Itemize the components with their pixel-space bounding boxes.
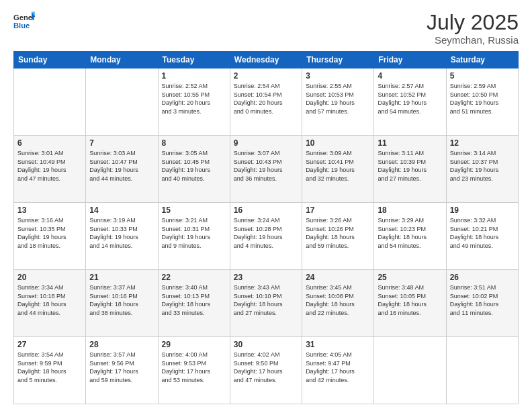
table-row: 18Sunrise: 3:29 AM Sunset: 10:23 PM Dayl…	[374, 203, 446, 270]
weekday-header-row: Sunday Monday Tuesday Wednesday Thursday…	[14, 52, 519, 68]
table-row: 27Sunrise: 3:54 AM Sunset: 9:59 PM Dayli…	[14, 337, 86, 404]
day-number: 8	[162, 138, 226, 148]
table-row	[374, 337, 446, 404]
day-number: 12	[450, 138, 515, 148]
table-row: 9Sunrise: 3:07 AM Sunset: 10:43 PM Dayli…	[230, 136, 302, 203]
header-monday: Monday	[86, 52, 158, 68]
table-row: 5Sunrise: 2:59 AM Sunset: 10:50 PM Dayli…	[446, 68, 518, 136]
day-number: 23	[234, 273, 298, 282]
day-info: Sunrise: 4:02 AM Sunset: 9:50 PM Dayligh…	[234, 351, 298, 384]
table-row: 22Sunrise: 3:40 AM Sunset: 10:13 PM Dayl…	[158, 270, 230, 337]
day-number: 7	[89, 138, 154, 148]
day-number: 18	[378, 205, 442, 215]
table-row	[14, 68, 86, 136]
day-info: Sunrise: 2:52 AM Sunset: 10:55 PM Daylig…	[162, 82, 226, 116]
table-row: 1Sunrise: 2:52 AM Sunset: 10:55 PM Dayli…	[158, 68, 230, 136]
svg-text:Blue: Blue	[13, 21, 30, 30]
day-info: Sunrise: 3:14 AM Sunset: 10:37 PM Daylig…	[450, 149, 515, 183]
day-info: Sunrise: 3:51 AM Sunset: 10:02 PM Daylig…	[450, 283, 515, 317]
day-info: Sunrise: 3:07 AM Sunset: 10:43 PM Daylig…	[234, 149, 298, 183]
day-info: Sunrise: 2:59 AM Sunset: 10:50 PM Daylig…	[450, 82, 515, 116]
table-row: 19Sunrise: 3:32 AM Sunset: 10:21 PM Dayl…	[446, 203, 518, 270]
calendar-week-row: 1Sunrise: 2:52 AM Sunset: 10:55 PM Dayli…	[14, 68, 519, 136]
day-number: 20	[17, 273, 82, 282]
day-info: Sunrise: 3:37 AM Sunset: 10:16 PM Daylig…	[89, 283, 154, 317]
day-number: 24	[306, 273, 370, 282]
day-info: Sunrise: 2:55 AM Sunset: 10:53 PM Daylig…	[306, 82, 370, 116]
day-number: 5	[450, 71, 515, 81]
month-title: July 2025	[427, 11, 519, 34]
day-info: Sunrise: 3:26 AM Sunset: 10:26 PM Daylig…	[306, 216, 370, 250]
table-row: 14Sunrise: 3:19 AM Sunset: 10:33 PM Dayl…	[86, 203, 158, 270]
table-row: 31Sunrise: 4:05 AM Sunset: 9:47 PM Dayli…	[302, 337, 374, 404]
day-number: 27	[17, 340, 82, 349]
day-number: 21	[89, 273, 154, 282]
day-number: 16	[234, 205, 298, 215]
logo: General Blue	[13, 11, 35, 32]
table-row: 2Sunrise: 2:54 AM Sunset: 10:54 PM Dayli…	[230, 68, 302, 136]
day-number: 4	[378, 71, 442, 81]
day-number: 28	[89, 340, 154, 349]
day-number: 31	[306, 340, 370, 349]
day-number: 22	[162, 273, 226, 282]
table-row: 12Sunrise: 3:14 AM Sunset: 10:37 PM Dayl…	[446, 136, 518, 203]
table-row: 30Sunrise: 4:02 AM Sunset: 9:50 PM Dayli…	[230, 337, 302, 404]
table-row: 11Sunrise: 3:11 AM Sunset: 10:39 PM Dayl…	[374, 136, 446, 203]
day-number: 30	[234, 340, 298, 349]
table-row: 6Sunrise: 3:01 AM Sunset: 10:49 PM Dayli…	[14, 136, 86, 203]
table-row: 16Sunrise: 3:24 AM Sunset: 10:28 PM Dayl…	[230, 203, 302, 270]
day-number: 29	[162, 340, 226, 349]
day-number: 1	[162, 71, 226, 81]
table-row: 4Sunrise: 2:57 AM Sunset: 10:52 PM Dayli…	[374, 68, 446, 136]
day-info: Sunrise: 2:57 AM Sunset: 10:52 PM Daylig…	[378, 82, 442, 116]
table-row: 21Sunrise: 3:37 AM Sunset: 10:16 PM Dayl…	[86, 270, 158, 337]
day-number: 15	[162, 205, 226, 215]
header: General Blue July 2025 Seymchan, Russia	[13, 11, 519, 46]
day-info: Sunrise: 3:24 AM Sunset: 10:28 PM Daylig…	[234, 216, 298, 250]
day-info: Sunrise: 3:19 AM Sunset: 10:33 PM Daylig…	[89, 216, 154, 250]
day-info: Sunrise: 3:54 AM Sunset: 9:59 PM Dayligh…	[17, 351, 82, 384]
table-row	[446, 337, 518, 404]
day-number: 26	[450, 273, 515, 282]
header-tuesday: Tuesday	[158, 52, 230, 68]
header-sunday: Sunday	[14, 52, 86, 68]
day-info: Sunrise: 3:05 AM Sunset: 10:45 PM Daylig…	[162, 149, 226, 183]
day-number: 9	[234, 138, 298, 148]
day-info: Sunrise: 3:21 AM Sunset: 10:31 PM Daylig…	[162, 216, 226, 250]
day-info: Sunrise: 3:32 AM Sunset: 10:21 PM Daylig…	[450, 216, 515, 250]
header-saturday: Saturday	[446, 52, 518, 68]
location: Seymchan, Russia	[427, 34, 519, 46]
day-number: 2	[234, 71, 298, 81]
day-info: Sunrise: 2:54 AM Sunset: 10:54 PM Daylig…	[234, 82, 298, 116]
day-info: Sunrise: 3:57 AM Sunset: 9:56 PM Dayligh…	[89, 351, 154, 384]
day-info: Sunrise: 4:00 AM Sunset: 9:53 PM Dayligh…	[162, 351, 226, 384]
calendar-table: Sunday Monday Tuesday Wednesday Thursday…	[13, 51, 519, 404]
table-row: 25Sunrise: 3:48 AM Sunset: 10:05 PM Dayl…	[374, 270, 446, 337]
day-info: Sunrise: 3:01 AM Sunset: 10:49 PM Daylig…	[17, 149, 82, 183]
day-info: Sunrise: 3:03 AM Sunset: 10:47 PM Daylig…	[89, 149, 154, 183]
page: General Blue July 2025 Seymchan, Russia …	[0, 0, 532, 411]
header-friday: Friday	[374, 52, 446, 68]
table-row: 20Sunrise: 3:34 AM Sunset: 10:18 PM Dayl…	[14, 270, 86, 337]
day-info: Sunrise: 3:11 AM Sunset: 10:39 PM Daylig…	[378, 149, 442, 183]
day-number: 11	[378, 138, 442, 148]
header-thursday: Thursday	[302, 52, 374, 68]
table-row: 10Sunrise: 3:09 AM Sunset: 10:41 PM Dayl…	[302, 136, 374, 203]
day-number: 13	[17, 205, 82, 215]
table-row: 3Sunrise: 2:55 AM Sunset: 10:53 PM Dayli…	[302, 68, 374, 136]
calendar-week-row: 13Sunrise: 3:16 AM Sunset: 10:35 PM Dayl…	[14, 203, 519, 270]
day-info: Sunrise: 3:34 AM Sunset: 10:18 PM Daylig…	[17, 283, 82, 317]
day-number: 10	[306, 138, 370, 148]
day-info: Sunrise: 3:29 AM Sunset: 10:23 PM Daylig…	[378, 216, 442, 250]
calendar-week-row: 27Sunrise: 3:54 AM Sunset: 9:59 PM Dayli…	[14, 337, 519, 404]
day-info: Sunrise: 3:40 AM Sunset: 10:13 PM Daylig…	[162, 283, 226, 317]
day-info: Sunrise: 3:16 AM Sunset: 10:35 PM Daylig…	[17, 216, 82, 250]
table-row: 23Sunrise: 3:43 AM Sunset: 10:10 PM Dayl…	[230, 270, 302, 337]
calendar-week-row: 6Sunrise: 3:01 AM Sunset: 10:49 PM Dayli…	[14, 136, 519, 203]
calendar-week-row: 20Sunrise: 3:34 AM Sunset: 10:18 PM Dayl…	[14, 270, 519, 337]
day-info: Sunrise: 3:09 AM Sunset: 10:41 PM Daylig…	[306, 149, 370, 183]
day-number: 25	[378, 273, 442, 282]
header-wednesday: Wednesday	[230, 52, 302, 68]
day-number: 6	[17, 138, 82, 148]
table-row: 29Sunrise: 4:00 AM Sunset: 9:53 PM Dayli…	[158, 337, 230, 404]
